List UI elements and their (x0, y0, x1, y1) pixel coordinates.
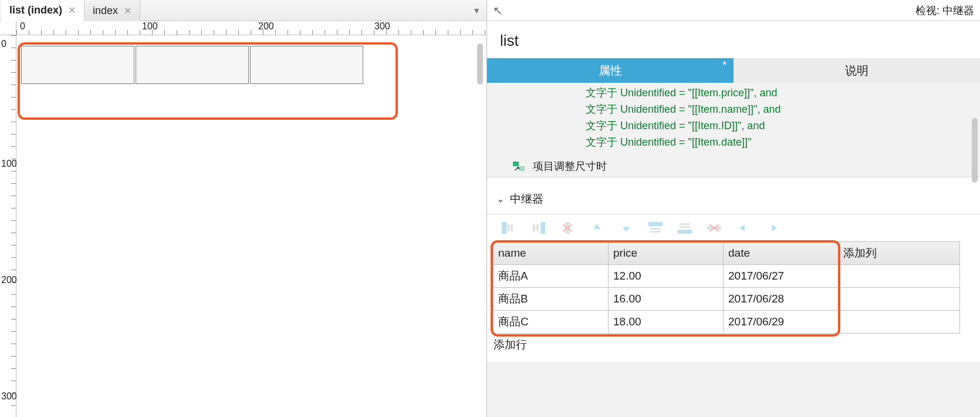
canvas-pane: list (index) ✕ index ✕ ▼ 0 100 200 300 0… (0, 0, 487, 417)
cell-price[interactable]: 12.00 (609, 264, 724, 287)
inspector-title: 检视: 中继器 (915, 4, 974, 18)
resize-event-icon (513, 162, 525, 171)
ruler-v-label: 0 (1, 39, 6, 49)
move-down-icon[interactable] (619, 221, 634, 234)
ruler-v-label: 300 (1, 391, 17, 402)
ruler-h-label: 100 (142, 21, 158, 32)
widget-name-row: list (487, 21, 980, 58)
add-row-above-icon[interactable] (648, 221, 663, 234)
repeater-section-body: name price date 添加列 商品A 12.00 2017/06/27 (487, 214, 980, 362)
ruler-h-label: 200 (258, 21, 274, 32)
repeater-data-table-wrap: name price date 添加列 商品A 12.00 2017/06/27 (487, 241, 980, 356)
ruler-h-label: 300 (374, 21, 390, 32)
canvas-content: 0 100 200 300 0 100 200 300 (0, 21, 486, 417)
cell-empty[interactable] (839, 264, 960, 287)
inspector-panel-body: 文字于 Unidentified = "[[Item.price]]", and… (487, 83, 980, 417)
column-header-name[interactable]: name (494, 241, 609, 264)
add-column-header[interactable]: 添加列 (839, 241, 960, 264)
section-header-repeater[interactable]: ⌄ 中继器 (487, 177, 980, 214)
svg-rect-6 (533, 224, 535, 231)
svg-rect-0 (513, 162, 519, 166)
svg-rect-5 (540, 222, 545, 234)
cell-date[interactable]: 2017/06/27 (724, 264, 839, 287)
svg-rect-12 (650, 228, 661, 230)
tab-index[interactable]: index ✕ (85, 0, 140, 21)
repeater-cell[interactable] (136, 46, 249, 84)
modified-indicator-icon: * (722, 59, 726, 72)
interaction-action-line[interactable]: 文字于 Unidentified = "[[Item.price]]", and (586, 85, 980, 102)
svg-rect-2 (502, 222, 506, 234)
add-column-left-icon[interactable] (501, 221, 516, 234)
move-right-icon[interactable] (765, 221, 780, 234)
svg-rect-7 (536, 224, 539, 231)
table-row[interactable]: 商品A 12.00 2017/06/27 (494, 264, 960, 287)
svg-rect-1 (519, 166, 525, 171)
cell-price[interactable]: 16.00 (609, 287, 724, 310)
widget-name[interactable]: list (500, 32, 967, 50)
panel-tab-label: 说明 (845, 63, 869, 79)
document-tab-bar: list (index) ✕ index ✕ ▼ (0, 0, 486, 21)
interaction-event-label: 项目调整尺寸时 (533, 159, 607, 173)
table-row[interactable]: 商品B 16.00 2017/06/28 (494, 287, 960, 310)
add-row[interactable]: 添加行 (494, 333, 960, 356)
repeater-widget[interactable] (21, 46, 364, 84)
repeater-cell[interactable] (250, 46, 363, 84)
inspector-panel-tabs: 属性 * 说明 (487, 58, 980, 83)
add-row-label[interactable]: 添加行 (494, 333, 960, 356)
svg-rect-3 (507, 224, 509, 231)
scrollbar-vertical[interactable] (477, 43, 483, 85)
ruler-corner (0, 21, 16, 35)
panel-tab-label: 属性 (599, 63, 622, 79)
add-row-below-icon[interactable] (677, 221, 692, 234)
tab-label: list (index) (9, 4, 62, 16)
move-up-icon[interactable] (589, 221, 604, 234)
canvas[interactable] (16, 35, 486, 417)
repeater-toolbar (487, 214, 980, 241)
cell-empty[interactable] (839, 287, 960, 310)
interaction-action-line[interactable]: 文字于 Unidentified = "[[Item.name]]", and (586, 102, 980, 118)
inspector-header: ↖ 检视: 中继器 (487, 0, 980, 21)
delete-row-icon[interactable] (707, 221, 722, 234)
undock-icon[interactable]: ↖ (493, 4, 503, 18)
panel-tab-properties[interactable]: 属性 * (487, 58, 734, 83)
add-column-right-icon[interactable] (530, 221, 546, 234)
ruler-vertical[interactable]: 0 100 200 300 (0, 35, 16, 417)
tab-label: index (93, 5, 118, 17)
ruler-v-label: 100 (1, 159, 17, 169)
column-header-date[interactable]: date (724, 241, 839, 264)
close-icon[interactable]: ✕ (68, 5, 76, 16)
cell-empty[interactable] (839, 310, 960, 333)
svg-rect-13 (650, 231, 661, 233)
cell-date[interactable]: 2017/06/28 (724, 287, 839, 310)
svg-rect-11 (648, 222, 663, 226)
cell-name[interactable]: 商品A (494, 264, 609, 287)
scrollbar-vertical[interactable] (972, 118, 978, 183)
interaction-event-item-resize[interactable]: 项目调整尺寸时 (487, 156, 980, 177)
cell-date[interactable]: 2017/06/29 (724, 310, 839, 333)
cell-name[interactable]: 商品C (494, 310, 609, 333)
inspector-pane: ↖ 检视: 中继器 list 属性 * 说明 文字于 Unidentified … (487, 0, 980, 417)
panel-tab-notes[interactable]: 说明 (734, 58, 980, 83)
ruler-v-label: 200 (1, 275, 17, 285)
svg-rect-16 (680, 226, 690, 228)
section-title: 中继器 (510, 191, 543, 207)
delete-column-icon[interactable] (560, 221, 575, 234)
ruler-horizontal[interactable]: 0 100 200 300 (16, 21, 486, 35)
ruler-h-label: 0 (20, 21, 25, 32)
cell-price[interactable]: 18.00 (609, 310, 724, 333)
svg-rect-4 (511, 224, 513, 231)
tab-list-index[interactable]: list (index) ✕ (1, 0, 85, 21)
move-left-icon[interactable] (736, 221, 751, 234)
column-header-price[interactable]: price (609, 241, 724, 264)
cell-name[interactable]: 商品B (494, 287, 609, 310)
svg-rect-14 (678, 230, 692, 234)
repeater-cell[interactable] (21, 46, 134, 84)
tab-overflow-button[interactable]: ▼ (472, 0, 481, 21)
interaction-action-line[interactable]: 文字于 Unidentified = "[[Item.ID]]", and (586, 118, 980, 134)
close-icon[interactable]: ✕ (124, 5, 131, 16)
interaction-case-lines[interactable]: 文字于 Unidentified = "[[Item.price]]", and… (487, 83, 980, 156)
repeater-data-table[interactable]: name price date 添加列 商品A 12.00 2017/06/27 (493, 241, 960, 356)
svg-rect-15 (680, 223, 690, 225)
table-row[interactable]: 商品C 18.00 2017/06/29 (494, 310, 960, 333)
interaction-action-line[interactable]: 文字于 Unidentified = "[[Item.date]]" (586, 134, 980, 151)
